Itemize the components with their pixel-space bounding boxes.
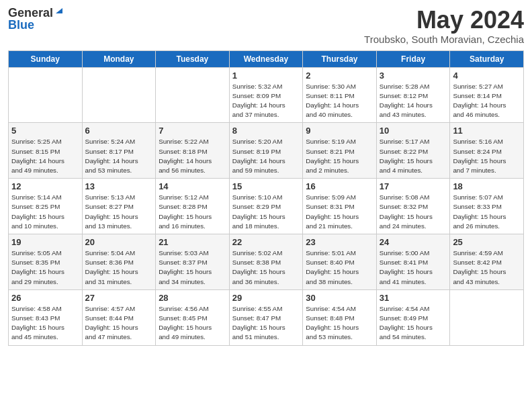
logo-blue: Blue: [8, 19, 34, 31]
day-number: 7: [159, 126, 226, 136]
day-info: Sunrise: 5:27 AMSunset: 8:14 PMDaylight:…: [453, 82, 521, 120]
header-tuesday: Tuesday: [156, 50, 230, 67]
calendar-table: Sunday Monday Tuesday Wednesday Thursday…: [8, 50, 524, 346]
day-number: 19: [11, 237, 79, 247]
calendar-week-row: 1Sunrise: 5:32 AMSunset: 8:09 PMDaylight…: [9, 67, 524, 123]
logo: General Blue: [8, 7, 64, 31]
table-row: 31Sunrise: 4:54 AMSunset: 8:49 PMDayligh…: [376, 289, 450, 345]
calendar-week-row: 12Sunrise: 5:14 AMSunset: 8:25 PMDayligh…: [9, 179, 524, 234]
table-row: 24Sunrise: 5:00 AMSunset: 8:41 PMDayligh…: [376, 234, 450, 290]
day-number: 17: [380, 181, 447, 191]
table-row: 1Sunrise: 5:32 AMSunset: 8:09 PMDaylight…: [229, 67, 303, 123]
day-number: 16: [306, 181, 373, 191]
day-info: Sunrise: 5:05 AMSunset: 8:35 PMDaylight:…: [11, 248, 79, 287]
day-info: Sunrise: 5:17 AMSunset: 8:22 PMDaylight:…: [380, 137, 447, 175]
logo-icon: [54, 5, 64, 15]
day-number: 6: [85, 126, 153, 136]
table-row: 27Sunrise: 4:57 AMSunset: 8:44 PMDayligh…: [82, 289, 156, 345]
day-info: Sunrise: 4:54 AMSunset: 8:48 PMDaylight:…: [306, 304, 373, 342]
day-info: Sunrise: 5:10 AMSunset: 8:29 PMDaylight:…: [232, 193, 300, 231]
day-info: Sunrise: 5:07 AMSunset: 8:33 PMDaylight:…: [453, 193, 521, 231]
day-info: Sunrise: 5:19 AMSunset: 8:21 PMDaylight:…: [306, 137, 373, 175]
day-number: 21: [159, 237, 226, 247]
table-row: 12Sunrise: 5:14 AMSunset: 8:25 PMDayligh…: [9, 179, 83, 234]
table-row: 5Sunrise: 5:25 AMSunset: 8:15 PMDaylight…: [9, 123, 83, 179]
day-number: 4: [453, 71, 521, 81]
table-row: 9Sunrise: 5:19 AMSunset: 8:21 PMDaylight…: [303, 123, 377, 179]
header-monday: Monday: [82, 50, 156, 67]
day-info: Sunrise: 5:28 AMSunset: 8:12 PMDaylight:…: [380, 82, 447, 120]
calendar-week-row: 19Sunrise: 5:05 AMSunset: 8:35 PMDayligh…: [9, 234, 524, 290]
table-row: 15Sunrise: 5:10 AMSunset: 8:29 PMDayligh…: [229, 179, 303, 234]
day-number: 12: [11, 181, 79, 191]
svg-marker-0: [56, 8, 62, 13]
header-sunday: Sunday: [9, 50, 83, 67]
day-number: 9: [306, 126, 373, 136]
table-row: 22Sunrise: 5:02 AMSunset: 8:38 PMDayligh…: [229, 234, 303, 290]
day-info: Sunrise: 5:13 AMSunset: 8:27 PMDaylight:…: [85, 193, 153, 231]
day-number: 22: [232, 237, 300, 247]
day-info: Sunrise: 4:55 AMSunset: 8:47 PMDaylight:…: [232, 304, 300, 342]
day-number: 23: [306, 237, 373, 247]
day-info: Sunrise: 5:09 AMSunset: 8:31 PMDaylight:…: [306, 193, 373, 231]
day-info: Sunrise: 5:14 AMSunset: 8:25 PMDaylight:…: [11, 193, 79, 231]
table-row: 17Sunrise: 5:08 AMSunset: 8:32 PMDayligh…: [376, 179, 450, 234]
day-number: 18: [453, 181, 521, 191]
day-info: Sunrise: 5:00 AMSunset: 8:41 PMDaylight:…: [380, 248, 447, 287]
table-row: 4Sunrise: 5:27 AMSunset: 8:14 PMDaylight…: [450, 67, 524, 123]
table-row: 25Sunrise: 4:59 AMSunset: 8:42 PMDayligh…: [450, 234, 524, 290]
day-number: 31: [380, 293, 447, 303]
table-row: 14Sunrise: 5:12 AMSunset: 8:28 PMDayligh…: [156, 179, 230, 234]
calendar-week-row: 26Sunrise: 4:58 AMSunset: 8:43 PMDayligh…: [9, 289, 524, 345]
day-info: Sunrise: 5:12 AMSunset: 8:28 PMDaylight:…: [159, 193, 226, 231]
day-info: Sunrise: 4:56 AMSunset: 8:45 PMDaylight:…: [159, 304, 226, 342]
header: General Blue May 2024 Troubsko, South Mo…: [8, 7, 524, 45]
day-number: 27: [85, 293, 153, 303]
header-wednesday: Wednesday: [229, 50, 303, 67]
day-info: Sunrise: 5:32 AMSunset: 8:09 PMDaylight:…: [232, 82, 300, 120]
day-number: 5: [11, 126, 79, 136]
day-info: Sunrise: 5:02 AMSunset: 8:38 PMDaylight:…: [232, 248, 300, 287]
table-row: 23Sunrise: 5:01 AMSunset: 8:40 PMDayligh…: [303, 234, 377, 290]
month-title: May 2024: [364, 7, 524, 34]
table-row: 3Sunrise: 5:28 AMSunset: 8:12 PMDaylight…: [376, 67, 450, 123]
day-number: 2: [306, 71, 373, 81]
table-row: [9, 67, 83, 123]
table-row: 13Sunrise: 5:13 AMSunset: 8:27 PMDayligh…: [82, 179, 156, 234]
table-row: 26Sunrise: 4:58 AMSunset: 8:43 PMDayligh…: [9, 289, 83, 345]
day-number: 24: [380, 237, 447, 247]
title-block: May 2024 Troubsko, South Moravian, Czech…: [364, 7, 524, 45]
day-info: Sunrise: 5:03 AMSunset: 8:37 PMDaylight:…: [159, 248, 226, 287]
day-info: Sunrise: 4:54 AMSunset: 8:49 PMDaylight:…: [380, 304, 447, 342]
day-info: Sunrise: 4:59 AMSunset: 8:42 PMDaylight:…: [453, 248, 521, 287]
day-info: Sunrise: 5:25 AMSunset: 8:15 PMDaylight:…: [11, 137, 79, 175]
day-info: Sunrise: 5:08 AMSunset: 8:32 PMDaylight:…: [380, 193, 447, 231]
table-row: [82, 67, 156, 123]
day-number: 28: [159, 293, 226, 303]
day-number: 15: [232, 181, 300, 191]
day-number: 14: [159, 181, 226, 191]
calendar-header-row: Sunday Monday Tuesday Wednesday Thursday…: [9, 50, 524, 67]
day-number: 1: [232, 71, 300, 81]
day-info: Sunrise: 4:58 AMSunset: 8:43 PMDaylight:…: [11, 304, 79, 342]
header-friday: Friday: [376, 50, 450, 67]
day-info: Sunrise: 5:16 AMSunset: 8:24 PMDaylight:…: [453, 137, 521, 175]
table-row: 28Sunrise: 4:56 AMSunset: 8:45 PMDayligh…: [156, 289, 230, 345]
day-info: Sunrise: 5:22 AMSunset: 8:18 PMDaylight:…: [159, 137, 226, 175]
day-number: 26: [11, 293, 79, 303]
day-number: 10: [380, 126, 447, 136]
table-row: 18Sunrise: 5:07 AMSunset: 8:33 PMDayligh…: [450, 179, 524, 234]
logo-general: General: [8, 7, 53, 19]
day-info: Sunrise: 4:57 AMSunset: 8:44 PMDaylight:…: [85, 304, 153, 342]
day-info: Sunrise: 5:20 AMSunset: 8:19 PMDaylight:…: [232, 137, 300, 175]
table-row: 10Sunrise: 5:17 AMSunset: 8:22 PMDayligh…: [376, 123, 450, 179]
day-number: 13: [85, 181, 153, 191]
header-saturday: Saturday: [450, 50, 524, 67]
table-row: [450, 289, 524, 345]
day-number: 29: [232, 293, 300, 303]
day-info: Sunrise: 5:01 AMSunset: 8:40 PMDaylight:…: [306, 248, 373, 287]
day-number: 25: [453, 237, 521, 247]
table-row: 6Sunrise: 5:24 AMSunset: 8:17 PMDaylight…: [82, 123, 156, 179]
table-row: 8Sunrise: 5:20 AMSunset: 8:19 PMDaylight…: [229, 123, 303, 179]
header-thursday: Thursday: [303, 50, 377, 67]
